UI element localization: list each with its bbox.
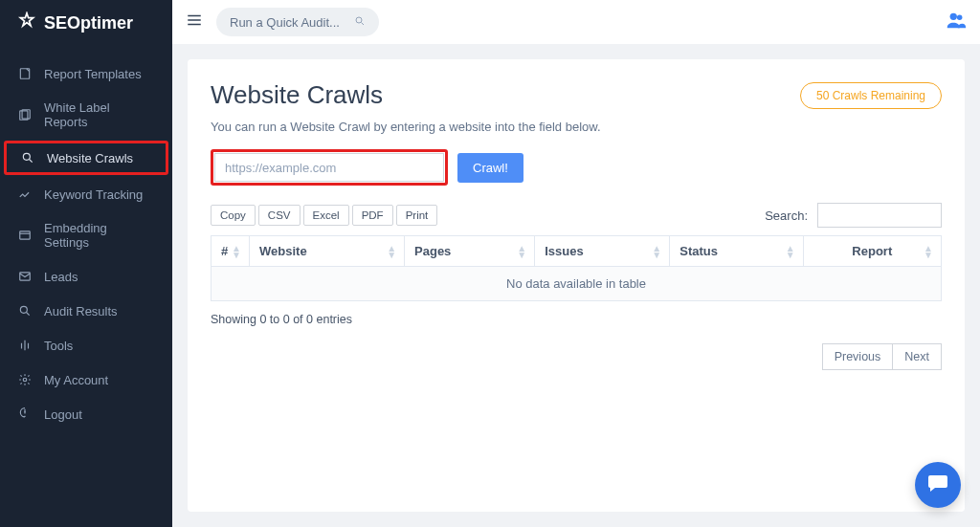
copy-button[interactable]: Copy [211,205,256,226]
nav: Report Templates White Label Reports Web… [0,56,172,431]
svg-point-10 [957,15,963,21]
col-status[interactable]: Status▲▼ [670,236,803,267]
sort-icon: ▲▼ [232,245,241,258]
excel-button[interactable]: Excel [303,205,349,226]
pdf-button[interactable]: PDF [352,205,393,226]
sidebar-item-crawls[interactable]: Website Crawls [4,141,168,175]
sidebar-item-label: White Label Reports [44,100,155,129]
trend-icon [17,187,33,202]
sidebar-item-label: Website Crawls [47,151,133,165]
svg-point-3 [23,153,30,160]
sidebar-item-label: Leads [44,270,78,284]
sidebar-item-embedding[interactable]: Embedding Settings [0,211,172,259]
gear-icon [17,372,33,387]
main: Run a Quick Audit... Website Crawls 50 C… [172,0,980,527]
topbar: Run a Quick Audit... [172,0,980,44]
svg-point-8 [356,17,362,23]
search-icon [17,303,33,318]
document-icon [17,66,33,81]
embed-icon [17,228,33,243]
col-report[interactable]: Report▲▼ [803,236,941,267]
entries-info: Showing 0 to 0 of 0 entries [211,313,352,326]
content-card: Website Crawls 50 Crawls Remaining You c… [188,59,965,512]
users-icon[interactable] [946,10,967,34]
sidebar-item-tools[interactable]: Tools [0,328,172,362]
sidebar-item-label: Embedding Settings [44,221,155,250]
table-empty: No data available in table [212,267,942,301]
sidebar-item-label: Logout [44,407,82,422]
col-issues[interactable]: Issues▲▼ [535,236,670,267]
col-website[interactable]: Website▲▼ [250,236,405,267]
sidebar-item-keyword[interactable]: Keyword Tracking [0,177,172,211]
brand-logo[interactable]: SEOptimer [0,0,172,47]
search-icon [354,15,366,30]
magnify-icon [20,150,35,165]
crawls-remaining-badge: 50 Crawls Remaining [800,82,942,109]
print-button[interactable]: Print [396,205,438,226]
tools-icon [17,338,33,353]
crawl-button[interactable]: Crawl! [457,153,523,183]
sort-icon: ▲▼ [652,245,661,258]
mail-icon [17,269,33,284]
sort-icon: ▲▼ [924,245,933,258]
sidebar-item-label: Audit Results [44,304,118,318]
sidebar-item-account[interactable]: My Account [0,362,172,397]
crawls-table: #▲▼ Website▲▼ Pages▲▼ Issues▲▼ Status▲▼ … [211,235,942,301]
sort-icon: ▲▼ [786,245,795,258]
brand-icon [17,11,36,35]
hamburger-icon[interactable] [186,11,203,33]
chat-icon [926,472,949,498]
pager: Previous Next [822,343,942,370]
sidebar-item-whitelabel[interactable]: White Label Reports [0,91,172,139]
sidebar-item-label: Tools [44,339,73,353]
sidebar-item-label: Keyword Tracking [44,187,143,202]
url-input[interactable] [214,153,444,182]
svg-point-9 [950,13,957,20]
quick-audit-placeholder: Run a Quick Audit... [230,15,340,30]
sidebar: SEOptimer Report Templates White Label R… [0,0,172,527]
logout-icon [17,406,33,422]
table-search-label: Search: [765,209,808,223]
next-button[interactable]: Next [893,343,942,370]
csv-button[interactable]: CSV [258,205,301,226]
sidebar-item-logout[interactable]: Logout [0,397,172,431]
col-num[interactable]: #▲▼ [212,236,250,267]
col-pages[interactable]: Pages▲▼ [405,236,535,267]
sort-icon: ▲▼ [517,245,526,258]
brand-text: SEOptimer [44,13,133,33]
sidebar-item-audit[interactable]: Audit Results [0,294,172,328]
prev-button[interactable]: Previous [822,343,894,370]
sidebar-item-leads[interactable]: Leads [0,259,172,294]
chat-launcher[interactable] [915,462,961,508]
svg-point-6 [20,306,27,313]
svg-rect-4 [20,231,31,239]
page-subtitle: You can run a Website Crawl by entering … [211,120,942,134]
svg-point-7 [23,378,27,382]
table-search-input[interactable] [817,203,942,228]
files-icon [17,107,33,122]
sort-icon: ▲▼ [387,245,396,258]
quick-audit-input[interactable]: Run a Quick Audit... [216,8,379,36]
sidebar-item-label: Report Templates [44,67,142,81]
sidebar-item-label: My Account [44,373,108,387]
sidebar-item-templates[interactable]: Report Templates [0,56,172,91]
page-title: Website Crawls [211,80,383,110]
